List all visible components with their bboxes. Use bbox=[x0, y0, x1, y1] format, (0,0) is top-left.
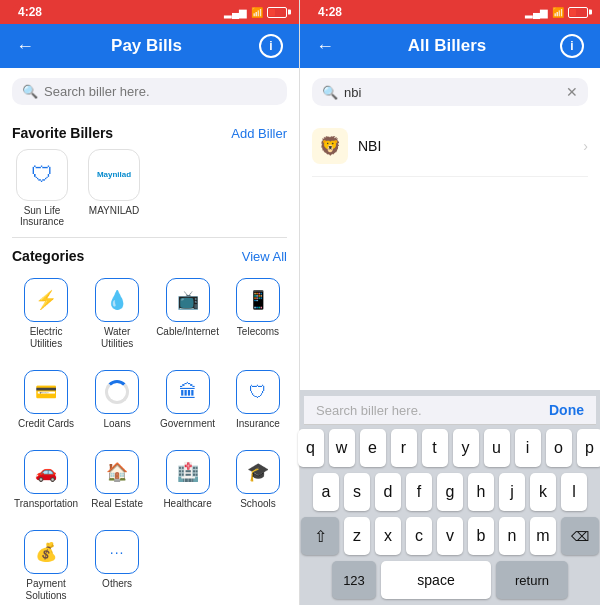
biller-logo-maynilad: Maynilad bbox=[88, 149, 140, 201]
info-icon-right[interactable]: i bbox=[560, 34, 584, 58]
category-electric[interactable]: ⚡ Electric Utilities bbox=[12, 272, 80, 356]
key-g[interactable]: g bbox=[437, 473, 463, 511]
category-transport[interactable]: 🚗 Transportation bbox=[12, 444, 80, 516]
signal-icon: ▂▄▆ bbox=[224, 7, 247, 18]
keyboard-row-1: q w e r t y u i o p bbox=[304, 429, 596, 467]
space-key[interactable]: space bbox=[381, 561, 491, 599]
clear-search-button[interactable]: ✕ bbox=[566, 84, 578, 100]
view-all-button[interactable]: View All bbox=[242, 249, 287, 264]
keyboard-done-button[interactable]: Done bbox=[549, 402, 584, 418]
wifi-icon: 📶 bbox=[251, 7, 263, 18]
key-p[interactable]: p bbox=[577, 429, 601, 467]
shift-key[interactable]: ⇧ bbox=[301, 517, 339, 555]
key-u[interactable]: u bbox=[484, 429, 510, 467]
key-h[interactable]: h bbox=[468, 473, 494, 511]
key-e[interactable]: e bbox=[360, 429, 386, 467]
insurance-icon: 🛡 bbox=[236, 370, 280, 414]
govt-icon: 🏛 bbox=[166, 370, 210, 414]
search-icon-left: 🔍 bbox=[22, 84, 38, 99]
back-button-right[interactable]: ← bbox=[316, 36, 334, 57]
key-d[interactable]: d bbox=[375, 473, 401, 511]
pay-bills-title: Pay Bills bbox=[111, 36, 182, 56]
key-a[interactable]: a bbox=[313, 473, 339, 511]
back-button[interactable]: ← bbox=[16, 36, 34, 57]
category-credit[interactable]: 💳 Credit Cards bbox=[12, 364, 80, 436]
key-v[interactable]: v bbox=[437, 517, 463, 555]
categories-title: Categories bbox=[12, 248, 84, 264]
chevron-right-icon: › bbox=[583, 138, 588, 154]
key-t[interactable]: t bbox=[422, 429, 448, 467]
all-billers-title: All Billers bbox=[408, 36, 486, 56]
nbi-icon: 🦁 bbox=[312, 128, 348, 164]
key-k[interactable]: k bbox=[530, 473, 556, 511]
key-i[interactable]: i bbox=[515, 429, 541, 467]
category-govt[interactable]: 🏛 Government bbox=[154, 364, 221, 436]
payment-icon: 💰 bbox=[24, 530, 68, 574]
search-bar-left[interactable]: 🔍 bbox=[12, 78, 287, 105]
credit-icon: 💳 bbox=[24, 370, 68, 414]
category-healthcare[interactable]: 🏥 Healthcare bbox=[154, 444, 221, 516]
category-water[interactable]: 💧 Water Utilities bbox=[88, 272, 146, 356]
payment-label: Payment Solutions bbox=[14, 578, 78, 602]
biller-name-sunlife: Sun Life Insurance bbox=[12, 205, 72, 227]
key-x[interactable]: x bbox=[375, 517, 401, 555]
others-icon: ··· bbox=[95, 530, 139, 574]
search-input-right[interactable] bbox=[344, 85, 560, 100]
pay-bills-header: ← Pay Bills i bbox=[0, 24, 299, 68]
status-bar-left: 4:28 ▂▄▆ 📶 bbox=[0, 0, 299, 24]
battery-icon-right bbox=[568, 7, 588, 18]
status-bar-right: 4:28 ▂▄▆ 📶 bbox=[300, 0, 600, 24]
key-m[interactable]: m bbox=[530, 517, 556, 555]
key-f[interactable]: f bbox=[406, 473, 432, 511]
return-key[interactable]: return bbox=[496, 561, 568, 599]
categories-section-header: Categories View All bbox=[12, 248, 287, 264]
key-q[interactable]: q bbox=[298, 429, 324, 467]
cable-icon: 📺 bbox=[166, 278, 210, 322]
backspace-key[interactable]: ⌫ bbox=[561, 517, 599, 555]
key-r[interactable]: r bbox=[391, 429, 417, 467]
biller-maynilad[interactable]: Maynilad MAYNILAD bbox=[88, 149, 140, 227]
key-b[interactable]: b bbox=[468, 517, 494, 555]
num-key[interactable]: 123 bbox=[332, 561, 376, 599]
key-c[interactable]: c bbox=[406, 517, 432, 555]
category-loans[interactable]: Loans bbox=[88, 364, 146, 436]
category-telecoms[interactable]: 📱 Telecoms bbox=[229, 272, 287, 356]
search-input-left[interactable] bbox=[44, 84, 277, 99]
key-n[interactable]: n bbox=[499, 517, 525, 555]
keyboard-rows: q w e r t y u i o p a s d f g h j k bbox=[304, 429, 596, 599]
maynilad-text: Maynilad bbox=[97, 171, 131, 179]
key-y[interactable]: y bbox=[453, 429, 479, 467]
insurance-label: Insurance bbox=[236, 418, 280, 430]
key-z[interactable]: z bbox=[344, 517, 370, 555]
search-bar-right[interactable]: 🔍 ✕ bbox=[312, 78, 588, 106]
key-j[interactable]: j bbox=[499, 473, 525, 511]
fav-billers-list: 🛡 Sun Life Insurance Maynilad MAYNILAD bbox=[12, 149, 287, 227]
category-cable[interactable]: 📺 Cable/Internet bbox=[154, 272, 221, 356]
category-schools[interactable]: 🎓 Schools bbox=[229, 444, 287, 516]
status-time-right: 4:28 bbox=[312, 4, 348, 20]
loans-spinner bbox=[105, 380, 129, 404]
nbi-name: NBI bbox=[358, 138, 573, 154]
keyboard-row-3: ⇧ z x c v b n m ⌫ bbox=[304, 517, 596, 555]
wifi-icon-right: 📶 bbox=[552, 7, 564, 18]
govt-label: Government bbox=[160, 418, 215, 430]
biller-logo-sunlife: 🛡 bbox=[16, 149, 68, 201]
category-realestate[interactable]: 🏠 Real Estate bbox=[88, 444, 146, 516]
signal-icon-right: ▂▄▆ bbox=[525, 7, 548, 18]
info-icon-left[interactable]: i bbox=[259, 34, 283, 58]
biller-name-maynilad: MAYNILAD bbox=[89, 205, 139, 216]
nbi-result-row[interactable]: 🦁 NBI › bbox=[312, 116, 588, 177]
keyboard-toolbar: Search biller here. Done bbox=[304, 396, 596, 425]
key-o[interactable]: o bbox=[546, 429, 572, 467]
fav-billers-title: Favorite Billers bbox=[12, 125, 113, 141]
key-l[interactable]: l bbox=[561, 473, 587, 511]
category-others[interactable]: ··· Others bbox=[88, 524, 146, 605]
key-s[interactable]: s bbox=[344, 473, 370, 511]
category-insurance[interactable]: 🛡 Insurance bbox=[229, 364, 287, 436]
key-w[interactable]: w bbox=[329, 429, 355, 467]
category-payment[interactable]: 💰 Payment Solutions bbox=[12, 524, 80, 605]
realestate-icon: 🏠 bbox=[95, 450, 139, 494]
loans-icon bbox=[95, 370, 139, 414]
biller-sunlife[interactable]: 🛡 Sun Life Insurance bbox=[12, 149, 72, 227]
add-biller-button[interactable]: Add Biller bbox=[231, 126, 287, 141]
